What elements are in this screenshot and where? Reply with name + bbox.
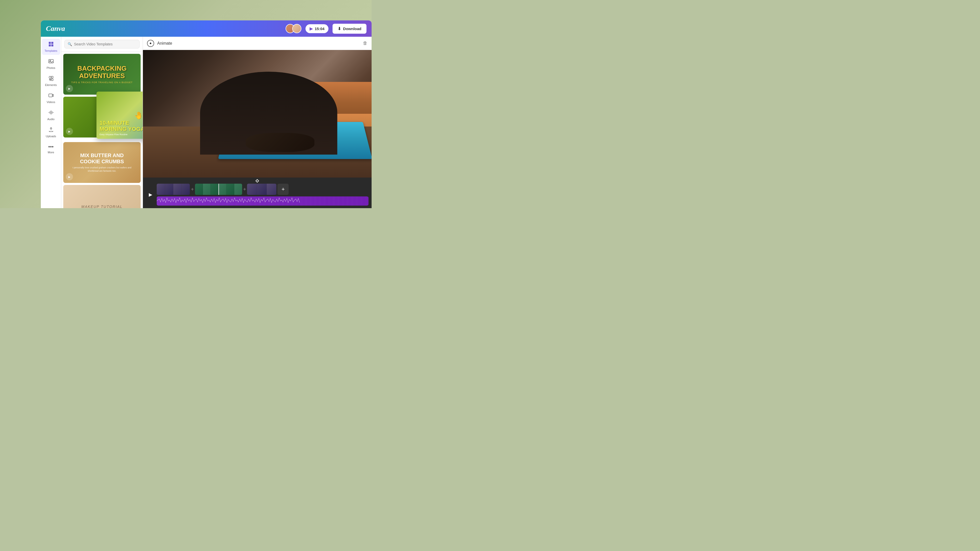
more-icon: ••• <box>48 144 54 150</box>
butter-title: MIX BUTTER ANDCOOKIE CRUMBS <box>80 152 124 165</box>
templates-panel: 🔍 BACKPACKINGADVENTURES TIPS & TRICKS FO… <box>61 37 143 208</box>
search-input-wrap[interactable]: 🔍 <box>64 40 140 48</box>
app-window: Canva ▶ 15:04 ⬇ Download <box>41 21 372 208</box>
download-label: Download <box>343 27 361 31</box>
clip-thumb <box>165 184 173 195</box>
template-card-butter[interactable]: MIX BUTTER ANDCOOKIE CRUMBS I personally… <box>63 142 141 183</box>
svg-rect-3 <box>51 44 53 46</box>
add-clip-button[interactable]: + <box>277 184 289 195</box>
join-dot-2: + <box>243 186 246 192</box>
play-icon: ▶ <box>310 26 313 31</box>
animate-label: Animate <box>157 41 172 46</box>
clip-1-thumbs <box>157 184 190 195</box>
backpacking-title: BACKPACKINGADVENTURES <box>77 65 127 79</box>
clip-thumb <box>234 184 242 195</box>
animate-toolbar: ✦ Animate 🗑 <box>143 37 372 50</box>
timeline-clip-1[interactable] <box>157 184 190 195</box>
timer-button[interactable]: ▶ 15:04 <box>305 24 328 33</box>
clip-thumb <box>157 184 165 195</box>
animate-icon: ✦ <box>147 40 154 47</box>
sidebar-item-templates[interactable]: Templates <box>42 39 60 55</box>
backpacking-play-button[interactable]: ▶ <box>66 85 73 92</box>
template-card-backpacking[interactable]: BACKPACKINGADVENTURES TIPS & TRICKS FOR … <box>63 54 141 95</box>
clip-thumb <box>195 184 203 195</box>
clip-thumb <box>226 184 234 195</box>
download-button[interactable]: ⬇ Download <box>332 24 366 34</box>
sidebar-item-label-elements: Elements <box>45 83 57 86</box>
timeline-indicator <box>146 179 369 182</box>
audio-track[interactable] <box>157 197 369 206</box>
yoga-scene-background <box>143 50 372 178</box>
sidebar-item-videos[interactable]: Videos <box>42 90 60 106</box>
search-bar: 🔍 <box>61 37 143 52</box>
waveform-svg <box>157 197 369 206</box>
join-dot-1: + <box>191 186 194 192</box>
yoga-card-container: ▶ 🤚 10-MINUTEMORNING YOGA Easy Vinyasa F… <box>63 97 141 140</box>
sidebar-item-audio[interactable]: Audio <box>42 107 60 123</box>
clip-3-thumbs <box>247 184 277 195</box>
download-icon: ⬇ <box>338 26 341 31</box>
sidebar-item-label-uploads: Uploads <box>46 135 56 138</box>
sidebar-item-label-more: More <box>48 151 54 154</box>
svg-rect-1 <box>51 42 53 44</box>
timeline-play-button[interactable]: ▶ <box>146 190 155 199</box>
sidebar-item-label-photos: Photos <box>46 66 55 69</box>
app-header: Canva ▶ 15:04 ⬇ Download <box>41 21 372 37</box>
clip-thumb <box>257 184 267 195</box>
clip-thumb <box>203 184 211 195</box>
clip-thumb <box>267 184 277 195</box>
butter-play-button[interactable]: ▶ <box>66 173 73 180</box>
avatar-2[interactable] <box>292 24 301 33</box>
yoga-play-button[interactable]: ▶ <box>66 128 73 135</box>
sidebar-item-photos[interactable]: Photos <box>42 56 60 72</box>
templates-icon <box>48 41 54 48</box>
clips-row: + <box>157 184 369 195</box>
clip-thumb <box>247 184 257 195</box>
sidebar-item-uploads[interactable]: Uploads <box>42 124 60 140</box>
template-card-makeup[interactable]: MAKEUP TUTORIAL <box>63 185 141 208</box>
video-tracks: + <box>157 184 369 206</box>
header-right: ▶ 15:04 ⬇ Download <box>286 24 366 34</box>
audio-icon <box>48 110 54 117</box>
sidebar-item-label-templates: Templates <box>45 49 57 52</box>
elements-icon <box>48 76 54 83</box>
timeline-tracks: ▶ + <box>146 183 369 206</box>
uploads-icon <box>48 127 54 134</box>
svg-point-6 <box>49 76 51 78</box>
timeline-clip-3[interactable] <box>247 184 277 195</box>
app-logo: Canva <box>46 24 65 33</box>
templates-grid: BACKPACKINGADVENTURES TIPS & TRICKS FOR … <box>61 52 143 208</box>
trash-icon[interactable]: 🗑 <box>363 41 368 46</box>
canvas-area: ✦ Animate 🗑 <box>143 37 372 208</box>
sidebar-item-elements[interactable]: Elements <box>42 73 60 89</box>
sidebar-item-more[interactable]: ••• More <box>42 141 60 156</box>
search-input[interactable] <box>74 42 136 46</box>
videos-icon <box>48 93 54 100</box>
timeline-clip-2[interactable] <box>195 184 242 195</box>
sidebar: Templates Photos <box>41 37 61 208</box>
svg-rect-0 <box>49 42 51 44</box>
playhead <box>218 184 219 195</box>
svg-rect-7 <box>51 76 53 78</box>
butter-subtitle: I personally love crushed graham cracker… <box>67 166 137 172</box>
clip-thumb <box>173 184 182 195</box>
main-content: Templates Photos <box>41 37 372 208</box>
playhead-diamond <box>256 179 259 183</box>
yoga-subtitle: Easy Vinyasa Flow Routine <box>100 133 143 136</box>
backpacking-subtitle: TIPS & TRICKS FOR TRAVELING ON A BUDGET <box>71 81 133 84</box>
sidebar-item-label-videos: Videos <box>47 100 55 103</box>
avatar-group <box>286 24 301 33</box>
add-icon: + <box>282 186 285 192</box>
svg-rect-8 <box>51 79 53 81</box>
clip-thumb <box>182 184 190 195</box>
clip-thumb <box>218 184 226 195</box>
search-icon: 🔍 <box>68 42 72 46</box>
yoga-title: 10-MINUTEMORNING YOGA <box>100 120 143 132</box>
svg-rect-2 <box>49 44 51 46</box>
template-card-yoga-expanded[interactable]: 🤚 10-MINUTEMORNING YOGA Easy Vinyasa Flo… <box>97 92 143 139</box>
timer-value: 15:04 <box>315 27 325 31</box>
svg-rect-9 <box>49 94 52 97</box>
timeline: ▶ + <box>143 178 372 208</box>
sidebar-item-label-audio: Audio <box>47 118 54 121</box>
canvas-preview <box>143 50 372 178</box>
